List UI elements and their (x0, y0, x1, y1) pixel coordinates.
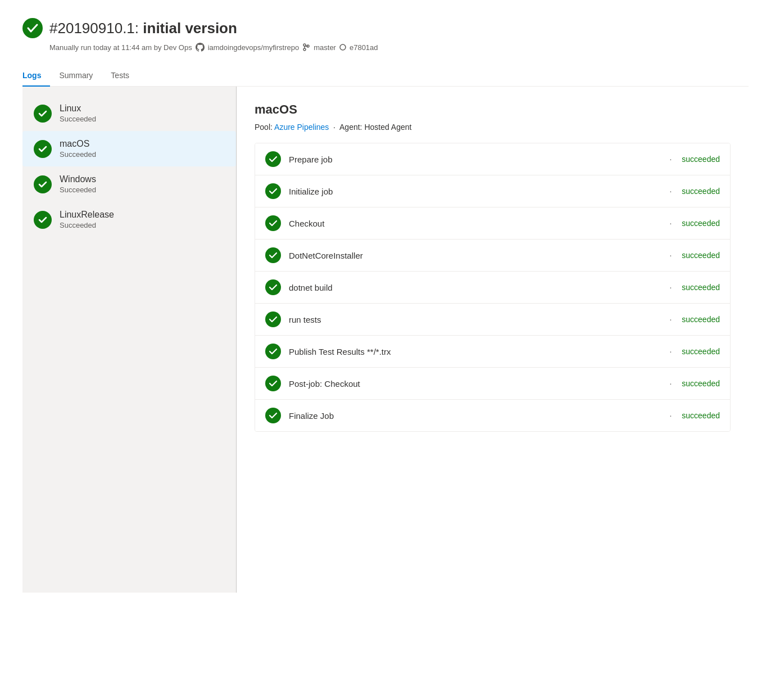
post-job-checkout-icon (265, 376, 281, 391)
job-row-post-job-checkout[interactable]: Post-job: Checkout · succeeded (255, 368, 730, 400)
job-row-prepare[interactable]: Prepare job · succeeded (255, 143, 730, 175)
dotnet-build-name: dotnet build (289, 283, 659, 292)
initialize-job-icon (265, 183, 281, 199)
job-row-run-tests[interactable]: run tests · succeeded (255, 304, 730, 336)
agent-label: Agent: Hosted Agent (339, 123, 411, 132)
post-job-checkout-name: Post-job: Checkout (289, 379, 659, 389)
initialize-job-name: Initialize job (289, 187, 659, 196)
tab-summary[interactable]: Summary (50, 65, 102, 87)
svg-point-0 (22, 18, 43, 38)
post-job-checkout-dot: · (669, 379, 672, 388)
repo-name: iamdoingdevops/myfirstrepo (208, 43, 300, 52)
prepare-job-status: succeeded (682, 155, 720, 164)
windows-success-icon (34, 175, 52, 193)
windows-name: Windows (60, 174, 96, 184)
prepare-job-icon (265, 151, 281, 167)
svg-point-5 (340, 44, 346, 50)
run-tests-icon (265, 311, 281, 327)
linux-status: Succeeded (60, 115, 96, 123)
publish-test-results-dot: · (669, 347, 672, 356)
branch-icon (302, 43, 310, 51)
main-layout: Linux Succeeded macOS Succeeded (22, 87, 749, 593)
finalize-job-name: Finalize Job (289, 411, 659, 421)
finalize-job-status: succeeded (682, 411, 720, 420)
job-row-initialize[interactable]: Initialize job · succeeded (255, 175, 730, 207)
windows-status: Succeeded (60, 186, 96, 194)
subtitle-text: Manually run today at 11:44 am by Dev Op… (49, 43, 192, 52)
dotnetcoreinstaller-icon (265, 247, 281, 263)
dotnetcoreinstaller-status: succeeded (682, 251, 720, 260)
github-icon (196, 43, 205, 52)
linux-text: Linux Succeeded (60, 103, 96, 123)
subtitle: Manually run today at 11:44 am by Dev Op… (22, 43, 749, 52)
sidebar-item-linux[interactable]: Linux Succeeded (22, 96, 236, 131)
header-section: #20190910.1: initial version Manually ru… (22, 18, 749, 52)
linuxrelease-text: LinuxRelease Succeeded (60, 210, 114, 229)
dotnet-build-status: succeeded (682, 283, 720, 292)
macos-status: Succeeded (60, 150, 96, 159)
run-tests-name: run tests (289, 315, 659, 324)
job-row-dotnetcoreinstaller[interactable]: DotNetCoreInstaller · succeeded (255, 240, 730, 272)
pool-link[interactable]: Azure Pipelines (274, 123, 329, 132)
post-job-checkout-status: succeeded (682, 379, 720, 388)
initialize-job-dot: · (669, 187, 672, 196)
windows-text: Windows Succeeded (60, 174, 96, 194)
finalize-job-icon (265, 408, 281, 423)
run-tests-status: succeeded (682, 315, 720, 324)
sidebar: Linux Succeeded macOS Succeeded (22, 87, 236, 593)
title-row: #20190910.1: initial version (22, 18, 749, 38)
prepare-job-dot: · (669, 155, 672, 164)
tab-bar: Logs Summary Tests (22, 65, 749, 87)
linuxrelease-status: Succeeded (60, 221, 114, 229)
macos-success-icon (34, 140, 52, 158)
linux-name: Linux (60, 103, 96, 114)
dotnet-build-icon (265, 279, 281, 295)
checkout-icon (265, 215, 281, 231)
sidebar-item-windows[interactable]: Windows Succeeded (22, 166, 236, 202)
macos-text: macOS Succeeded (60, 139, 96, 159)
linuxrelease-name: LinuxRelease (60, 210, 114, 220)
linux-success-icon (34, 105, 52, 123)
commit-hash: e7801ad (350, 43, 378, 52)
prepare-job-name: Prepare job (289, 155, 659, 164)
page-container: #20190910.1: initial version Manually ru… (0, 0, 771, 700)
job-row-publish-test-results[interactable]: Publish Test Results **/*.trx · succeede… (255, 336, 730, 368)
page-title: #20190910.1: initial version (49, 20, 237, 37)
pool-info: Pool: Azure Pipelines · Agent: Hosted Ag… (255, 123, 731, 132)
sidebar-item-macos[interactable]: macOS Succeeded (22, 131, 236, 166)
success-icon (22, 18, 43, 38)
checkout-status: succeeded (682, 219, 720, 228)
checkout-dot: · (669, 219, 672, 228)
content-title: macOS (255, 102, 731, 117)
tab-logs[interactable]: Logs (22, 65, 50, 87)
content-panel: macOS Pool: Azure Pipelines · Agent: Hos… (237, 87, 749, 593)
jobs-list: Prepare job · succeeded Initialize job ·… (255, 143, 731, 432)
finalize-job-dot: · (669, 411, 672, 420)
linuxrelease-success-icon (34, 211, 52, 229)
tab-tests[interactable]: Tests (102, 65, 138, 87)
publish-test-results-name: Publish Test Results **/*.trx (289, 347, 659, 356)
pool-label: Pool: (255, 123, 273, 132)
commit-icon (339, 44, 346, 51)
publish-test-results-icon (265, 344, 281, 359)
initialize-job-status: succeeded (682, 187, 720, 196)
dotnetcoreinstaller-dot: · (669, 251, 672, 260)
run-tests-dot: · (669, 315, 672, 324)
job-row-finalize-job[interactable]: Finalize Job · succeeded (255, 400, 730, 431)
job-row-checkout[interactable]: Checkout · succeeded (255, 207, 730, 240)
sidebar-item-linuxrelease[interactable]: LinuxRelease Succeeded (22, 202, 236, 237)
svg-point-2 (303, 48, 306, 51)
checkout-name: Checkout (289, 219, 659, 228)
publish-test-results-status: succeeded (682, 347, 720, 356)
dotnet-build-dot: · (669, 283, 672, 292)
dotnetcoreinstaller-name: DotNetCoreInstaller (289, 251, 659, 260)
branch-name: master (314, 43, 336, 52)
macos-name: macOS (60, 139, 96, 149)
job-row-dotnet-build[interactable]: dotnet build · succeeded (255, 272, 730, 304)
